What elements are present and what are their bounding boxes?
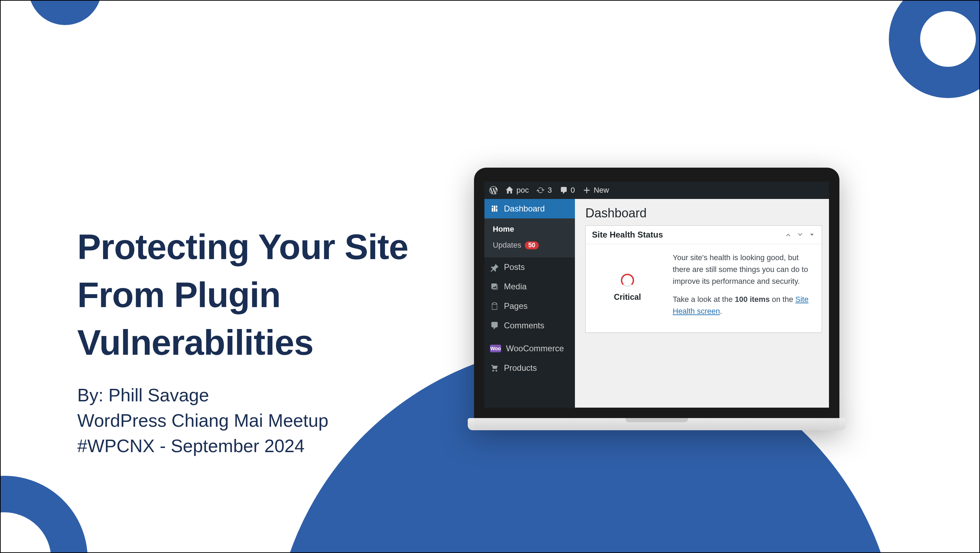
slide-hashtag: #WPCNX - September 2024 (77, 433, 495, 459)
sidebar-subitem-updates[interactable]: Updates 50 (484, 237, 575, 253)
site-health-paragraph-1: Your site's health is looking good, but … (673, 252, 815, 287)
wordpress-logo-icon (489, 186, 498, 194)
media-icon (490, 282, 499, 291)
adminbar-updates[interactable]: 3 (536, 186, 552, 195)
adminbar-site-name[interactable]: poc (505, 186, 529, 195)
sidebar-item-woocommerce[interactable]: Woo WooCommerce (484, 339, 575, 358)
wp-content-area: Dashboard Site Health Status (575, 199, 829, 408)
move-down-icon[interactable] (797, 231, 803, 238)
gauge-label: Critical (614, 292, 641, 302)
products-icon (490, 364, 499, 372)
admin-sidebar: Dashboard Home Updates 50 Posts (484, 199, 575, 408)
pin-icon (490, 262, 499, 272)
adminbar: poc 3 0 New (484, 181, 829, 199)
sidebar-item-products-label: Products (504, 363, 537, 373)
adminbar-comments[interactable]: 0 (560, 186, 575, 195)
dashboard-icon (490, 204, 499, 213)
adminbar-new-label: New (594, 186, 609, 195)
sidebar-item-media-label: Media (504, 282, 527, 291)
gauge-circle-icon (621, 274, 634, 287)
sidebar-subitem-home[interactable]: Home (484, 221, 575, 237)
health-text-b: on the (770, 295, 795, 304)
site-health-gauge: Critical (593, 252, 662, 323)
health-text-c: . (720, 307, 722, 315)
site-health-paragraph-2: Take a look at the 100 items on the Site… (673, 294, 815, 317)
sidebar-item-dashboard-label: Dashboard (504, 204, 545, 213)
sidebar-separator (484, 335, 575, 339)
adminbar-comments-count: 0 (571, 186, 575, 195)
health-text-a: Take a look at the (673, 295, 735, 304)
comment-icon (560, 186, 568, 194)
sidebar-subitem-home-label: Home (493, 225, 514, 234)
site-health-text: Your site's health is looking good, but … (673, 252, 815, 323)
laptop-base (474, 418, 839, 430)
page-title: Dashboard (585, 206, 822, 226)
wordpress-admin: poc 3 0 New (484, 181, 829, 408)
wp-body: Dashboard Home Updates 50 Posts (484, 199, 829, 408)
decor-circle-bottom-left (0, 476, 88, 553)
health-text-strong: 100 items (735, 295, 770, 304)
plus-icon (582, 186, 591, 194)
laptop-screen-frame: poc 3 0 New (474, 168, 839, 418)
sidebar-item-comments-label: Comments (504, 321, 544, 331)
sidebar-item-dashboard[interactable]: Dashboard (484, 199, 575, 218)
adminbar-new[interactable]: New (582, 186, 609, 195)
woocommerce-icon: Woo (490, 345, 501, 352)
sidebar-item-posts[interactable]: Posts (484, 257, 575, 277)
adminbar-site-name-label: poc (517, 186, 529, 195)
sidebar-subitem-updates-label: Updates (493, 241, 521, 250)
slide-event: WordPress Chiang Mai Meetup (77, 408, 495, 433)
home-icon (505, 186, 514, 194)
postbox-body: Critical Your site's health is looking g… (586, 244, 822, 332)
decor-circle-top-left (29, 0, 102, 25)
update-icon (536, 186, 545, 194)
move-up-icon[interactable] (785, 231, 792, 238)
adminbar-updates-count: 3 (547, 186, 552, 195)
slide-text-block: Protecting Your Site From Plugin Vulnera… (77, 223, 495, 458)
sidebar-submenu-dashboard: Home Updates 50 (484, 218, 575, 257)
pages-icon (490, 302, 499, 311)
sidebar-item-woocommerce-label: WooCommerce (506, 343, 564, 353)
sidebar-item-media[interactable]: Media (484, 277, 575, 296)
comments-icon (490, 321, 499, 330)
sidebar-item-posts-label: Posts (504, 262, 525, 272)
sidebar-item-comments[interactable]: Comments (484, 316, 575, 335)
sidebar-item-products[interactable]: Products (484, 358, 575, 378)
site-health-postbox: Site Health Status Critical (585, 226, 822, 333)
adminbar-wp-logo[interactable] (489, 186, 498, 194)
slide-subtitle: By: Phill Savage WordPress Chiang Mai Me… (77, 383, 495, 458)
updates-count-badge: 50 (525, 242, 539, 249)
laptop-mockup: poc 3 0 New (474, 168, 839, 430)
postbox-title: Site Health Status (592, 230, 663, 240)
toggle-panel-icon[interactable] (808, 231, 815, 238)
slide-title: Protecting Your Site From Plugin Vulnera… (77, 223, 495, 367)
postbox-header: Site Health Status (586, 226, 822, 244)
slide-byline: By: Phill Savage (77, 383, 495, 408)
decor-circle-top-right (889, 0, 980, 98)
sidebar-item-pages-label: Pages (504, 301, 528, 311)
sidebar-item-pages[interactable]: Pages (484, 296, 575, 316)
postbox-actions (785, 231, 815, 238)
